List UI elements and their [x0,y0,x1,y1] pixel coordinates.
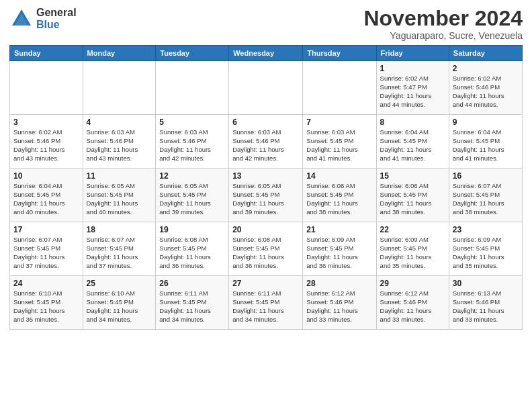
day-cell: 17Sunrise: 6:07 AM Sunset: 5:45 PM Dayli… [10,222,83,276]
day-number: 30 [453,279,519,288]
day-info: Sunrise: 6:13 AM Sunset: 5:46 PM Dayligh… [453,289,519,324]
day-number: 24 [13,279,79,288]
day-number: 19 [159,225,225,234]
day-info: Sunrise: 6:05 AM Sunset: 5:45 PM Dayligh… [232,182,299,216]
day-number: 10 [13,171,79,181]
day-cell: 4Sunrise: 6:03 AM Sunset: 5:46 PM Daylig… [83,115,156,169]
day-number: 9 [453,118,519,127]
day-number: 16 [453,171,519,181]
day-cell: 1Sunrise: 6:02 AM Sunset: 5:47 PM Daylig… [376,61,449,115]
day-cell: 23Sunrise: 6:09 AM Sunset: 5:45 PM Dayli… [449,222,522,276]
day-info: Sunrise: 6:02 AM Sunset: 5:46 PM Dayligh… [13,128,79,163]
logo-text: General Blue [36,7,77,30]
week-row-2: 3Sunrise: 6:02 AM Sunset: 5:46 PM Daylig… [10,115,523,169]
day-number: 3 [13,118,79,127]
day-info: Sunrise: 6:03 AM Sunset: 5:45 PM Dayligh… [306,128,372,163]
day-number: 6 [232,118,299,127]
day-number: 20 [232,225,299,234]
day-cell: 12Sunrise: 6:05 AM Sunset: 5:45 PM Dayli… [156,169,229,222]
day-cell: 15Sunrise: 6:06 AM Sunset: 5:45 PM Dayli… [376,169,449,222]
day-cell: 11Sunrise: 6:05 AM Sunset: 5:45 PM Dayli… [83,169,156,222]
day-info: Sunrise: 6:11 AM Sunset: 5:45 PM Dayligh… [159,289,225,324]
day-header-monday: Monday [83,46,156,61]
day-number: 23 [453,225,519,234]
day-cell [229,61,303,115]
logo-general: General [36,7,77,19]
day-header-wednesday: Wednesday [229,46,303,61]
day-info: Sunrise: 6:09 AM Sunset: 5:45 PM Dayligh… [306,236,372,270]
day-cell: 2Sunrise: 6:02 AM Sunset: 5:46 PM Daylig… [449,61,522,115]
day-number: 25 [87,279,152,288]
day-cell: 7Sunrise: 6:03 AM Sunset: 5:45 PM Daylig… [303,115,376,169]
day-cell: 14Sunrise: 6:06 AM Sunset: 5:45 PM Dayli… [303,169,376,222]
day-cell: 9Sunrise: 6:04 AM Sunset: 5:45 PM Daylig… [449,115,522,169]
day-info: Sunrise: 6:05 AM Sunset: 5:45 PM Dayligh… [87,182,152,216]
day-info: Sunrise: 6:07 AM Sunset: 5:45 PM Dayligh… [87,236,152,270]
day-number: 27 [232,279,299,288]
day-info: Sunrise: 6:10 AM Sunset: 5:45 PM Dayligh… [87,289,152,324]
day-info: Sunrise: 6:09 AM Sunset: 5:45 PM Dayligh… [380,236,445,270]
day-number: 28 [306,279,372,288]
day-info: Sunrise: 6:04 AM Sunset: 5:45 PM Dayligh… [13,182,79,216]
day-cell: 24Sunrise: 6:10 AM Sunset: 5:45 PM Dayli… [10,276,83,330]
week-row-4: 17Sunrise: 6:07 AM Sunset: 5:45 PM Dayli… [10,222,523,276]
day-cell: 10Sunrise: 6:04 AM Sunset: 5:45 PM Dayli… [10,169,83,222]
day-info: Sunrise: 6:09 AM Sunset: 5:45 PM Dayligh… [453,236,519,270]
day-info: Sunrise: 6:08 AM Sunset: 5:45 PM Dayligh… [232,236,299,270]
day-cell: 19Sunrise: 6:08 AM Sunset: 5:45 PM Dayli… [156,222,229,276]
day-cell: 5Sunrise: 6:03 AM Sunset: 5:46 PM Daylig… [156,115,229,169]
day-cell [303,61,376,115]
title-area: November 2024 Yaguaraparo, Sucre, Venezu… [363,7,523,41]
day-number: 15 [380,171,445,181]
calendar-table: SundayMondayTuesdayWednesdayThursdayFrid… [9,45,523,330]
day-number: 21 [306,225,372,234]
day-cell: 20Sunrise: 6:08 AM Sunset: 5:45 PM Dayli… [229,222,303,276]
week-row-5: 24Sunrise: 6:10 AM Sunset: 5:45 PM Dayli… [10,276,523,330]
day-number: 1 [380,64,445,73]
day-info: Sunrise: 6:06 AM Sunset: 5:45 PM Dayligh… [306,182,372,216]
day-cell: 25Sunrise: 6:10 AM Sunset: 5:45 PM Dayli… [83,276,156,330]
day-cell: 13Sunrise: 6:05 AM Sunset: 5:45 PM Dayli… [229,169,303,222]
day-cell: 22Sunrise: 6:09 AM Sunset: 5:45 PM Dayli… [376,222,449,276]
day-info: Sunrise: 6:03 AM Sunset: 5:46 PM Dayligh… [159,128,225,163]
logo: General Blue [9,7,77,31]
day-number: 14 [306,171,372,181]
logo-icon [9,7,34,31]
day-cell: 26Sunrise: 6:11 AM Sunset: 5:45 PM Dayli… [156,276,229,330]
day-info: Sunrise: 6:08 AM Sunset: 5:45 PM Dayligh… [159,236,225,270]
day-cell: 28Sunrise: 6:12 AM Sunset: 5:46 PM Dayli… [303,276,376,330]
day-cell: 27Sunrise: 6:11 AM Sunset: 5:45 PM Dayli… [229,276,303,330]
days-header-row: SundayMondayTuesdayWednesdayThursdayFrid… [10,46,523,61]
day-cell [156,61,229,115]
day-info: Sunrise: 6:12 AM Sunset: 5:46 PM Dayligh… [306,289,372,324]
day-number: 26 [159,279,225,288]
day-header-sunday: Sunday [10,46,83,61]
day-info: Sunrise: 6:02 AM Sunset: 5:47 PM Dayligh… [380,75,445,109]
day-number: 7 [306,118,372,127]
day-info: Sunrise: 6:03 AM Sunset: 5:46 PM Dayligh… [232,128,299,163]
day-cell: 3Sunrise: 6:02 AM Sunset: 5:46 PM Daylig… [10,115,83,169]
day-info: Sunrise: 6:10 AM Sunset: 5:45 PM Dayligh… [13,289,79,324]
day-header-thursday: Thursday [303,46,376,61]
day-number: 18 [87,225,152,234]
calendar-body: 1Sunrise: 6:02 AM Sunset: 5:47 PM Daylig… [10,61,523,330]
day-cell: 21Sunrise: 6:09 AM Sunset: 5:45 PM Dayli… [303,222,376,276]
day-info: Sunrise: 6:05 AM Sunset: 5:45 PM Dayligh… [159,182,225,216]
day-number: 4 [87,118,152,127]
month-title: November 2024 [363,7,523,30]
location-subtitle: Yaguaraparo, Sucre, Venezuela [363,30,523,41]
day-cell: 29Sunrise: 6:12 AM Sunset: 5:46 PM Dayli… [376,276,449,330]
day-info: Sunrise: 6:07 AM Sunset: 5:45 PM Dayligh… [13,236,79,270]
day-number: 2 [453,64,519,73]
calendar-header: SundayMondayTuesdayWednesdayThursdayFrid… [10,46,523,61]
day-cell: 30Sunrise: 6:13 AM Sunset: 5:46 PM Dayli… [449,276,522,330]
day-info: Sunrise: 6:07 AM Sunset: 5:45 PM Dayligh… [453,182,519,216]
day-cell [83,61,156,115]
day-header-saturday: Saturday [449,46,522,61]
day-info: Sunrise: 6:03 AM Sunset: 5:46 PM Dayligh… [87,128,152,163]
day-number: 17 [13,225,79,234]
day-number: 22 [380,225,445,234]
day-info: Sunrise: 6:12 AM Sunset: 5:46 PM Dayligh… [380,289,445,324]
main-container: General Blue November 2024 Yaguaraparo, … [0,0,532,335]
day-cell: 18Sunrise: 6:07 AM Sunset: 5:45 PM Dayli… [83,222,156,276]
